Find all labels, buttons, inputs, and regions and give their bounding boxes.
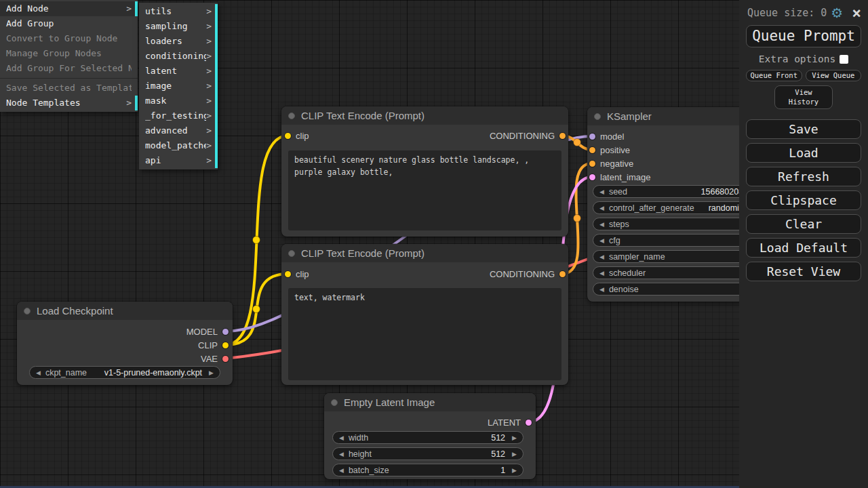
positive-input-port[interactable] xyxy=(589,147,595,153)
menu-item-save-selected-as-template[interactable]: Save Selected as Template xyxy=(0,81,138,96)
decrement-arrow-icon[interactable]: ◀ xyxy=(339,434,344,441)
submenu-item-advanced[interactable]: advanced > xyxy=(139,123,218,138)
increment-arrow-icon[interactable]: ▶ xyxy=(512,451,517,458)
node-load-checkpoint[interactable]: Load Checkpoint MODEL CLIP VAE ◀ ckpt_na… xyxy=(17,302,233,385)
submenu-item-latent[interactable]: latent > xyxy=(139,64,218,79)
settings-gear-icon[interactable]: ⚙ xyxy=(831,6,843,20)
view-queue-button[interactable]: View Queue xyxy=(806,70,862,81)
node-titlebar[interactable]: Empty Latent Image xyxy=(324,393,536,411)
load-button[interactable]: Load xyxy=(746,143,861,163)
menu-item-label: conditioning xyxy=(145,49,206,64)
node-titlebar[interactable]: CLIP Text Encode (Prompt) xyxy=(281,106,568,125)
widget-label: ckpt_name xyxy=(45,368,87,378)
submenu-item-api[interactable]: api > xyxy=(139,153,218,168)
node-empty-latent-image[interactable]: Empty Latent Image LATENT ◀ width 512 ▶ … xyxy=(324,393,536,479)
link-midpoint-dot[interactable] xyxy=(574,215,581,222)
refresh-button[interactable]: Refresh xyxy=(746,167,861,186)
decrement-arrow-icon[interactable]: ◀ xyxy=(599,221,604,228)
decrement-arrow-icon[interactable]: ◀ xyxy=(599,286,604,293)
menu-item-node-templates[interactable]: Node Templates > xyxy=(0,96,138,110)
collapse-dot-icon[interactable] xyxy=(288,113,295,119)
decrement-arrow-icon[interactable]: ◀ xyxy=(599,237,604,244)
collapse-dot-icon[interactable] xyxy=(288,250,295,257)
extra-options-checkbox[interactable] xyxy=(840,55,848,64)
node-clip-text-encode-positive[interactable]: CLIP Text Encode (Prompt) clip CONDITION… xyxy=(281,106,568,237)
link-midpoint-dot[interactable] xyxy=(574,139,581,146)
ckpt-name-widget[interactable]: ◀ ckpt_name v1-5-pruned-emaonly.ckpt ▶ xyxy=(29,366,220,379)
submenu-item-image[interactable]: image > xyxy=(139,79,218,94)
clip-input-port[interactable] xyxy=(285,133,291,139)
collapse-dot-icon[interactable] xyxy=(594,113,601,120)
load-default-button[interactable]: Load Default xyxy=(746,238,861,258)
node-titlebar[interactable]: Load Checkpoint xyxy=(17,302,233,320)
collapse-dot-icon[interactable] xyxy=(331,399,338,406)
view-history-button[interactable]: View History xyxy=(774,85,833,109)
output-slot-label: CONDITIONING xyxy=(490,269,555,279)
batch-size-widget[interactable]: ◀ batch_size 1 ▶ xyxy=(332,464,524,476)
height-widget[interactable]: ◀ height 512 ▶ xyxy=(332,447,524,460)
save-button[interactable]: Save xyxy=(746,119,861,139)
submenu-item-mask[interactable]: mask > xyxy=(139,94,218,108)
widget-label: denoise xyxy=(609,285,639,294)
close-icon[interactable]: × xyxy=(852,6,861,20)
widget-label: scheduler xyxy=(609,268,646,278)
clear-button[interactable]: Clear xyxy=(746,214,861,234)
menu-item-add-group[interactable]: Add Group xyxy=(0,16,138,31)
queue-front-button[interactable]: Queue Front xyxy=(746,70,802,81)
submenu-arrow-icon: > xyxy=(206,94,212,108)
collapse-dot-icon[interactable] xyxy=(24,308,31,314)
prompt-textarea[interactable]: beautiful scenery nature glass bottle la… xyxy=(288,150,561,230)
menu-item-manage-group-nodes[interactable]: Manage Group Nodes xyxy=(0,46,138,61)
prompt-textarea[interactable]: text, watermark xyxy=(288,288,561,380)
submenu-arrow-icon: > xyxy=(206,4,212,19)
menu-item-add-group-for-selected-nodes[interactable]: Add Group For Selected Nodes xyxy=(0,61,138,76)
submenu-item-utils[interactable]: utils > xyxy=(139,4,218,19)
menu-item-convert-to-group-node[interactable]: Convert to Group Node xyxy=(0,31,138,46)
submenu-arrow-icon: > xyxy=(206,108,212,123)
menu-item-label: advanced xyxy=(145,123,206,138)
decrement-arrow-icon[interactable]: ◀ xyxy=(599,188,604,195)
clipspace-button[interactable]: Clipspace xyxy=(746,190,861,210)
menu-item-label: api xyxy=(145,153,206,168)
menu-separator xyxy=(0,78,138,79)
model-input-port[interactable] xyxy=(589,134,595,140)
increment-arrow-icon[interactable]: ▶ xyxy=(512,467,517,474)
submenu-item-model-patches[interactable]: model_patches > xyxy=(139,138,218,153)
submenu-item-loaders[interactable]: loaders > xyxy=(139,34,218,49)
node-titlebar[interactable]: CLIP Text Encode (Prompt) xyxy=(281,244,568,262)
decrement-arrow-icon[interactable]: ◀ xyxy=(599,270,604,277)
latent-output-port[interactable] xyxy=(526,420,532,426)
vae-output-port[interactable] xyxy=(222,356,229,362)
submenu-item-conditioning[interactable]: conditioning > xyxy=(139,49,218,64)
decrement-arrow-icon[interactable]: ◀ xyxy=(599,253,604,260)
conditioning-output-port[interactable] xyxy=(559,271,566,277)
increment-arrow-icon[interactable]: ▶ xyxy=(512,434,517,441)
queue-prompt-button[interactable]: Queue Prompt xyxy=(746,25,861,47)
latent-image-input-port[interactable] xyxy=(589,174,595,180)
next-option-arrow-icon[interactable]: ▶ xyxy=(209,369,214,376)
menu-item-label: Add Group xyxy=(6,16,132,31)
input-slot-label: model xyxy=(600,131,624,142)
menu-item-label: utils xyxy=(145,4,206,19)
width-widget[interactable]: ◀ width 512 ▶ xyxy=(332,431,524,444)
widget-label: steps xyxy=(609,220,629,229)
input-slot-label: clip xyxy=(296,131,309,141)
submenu-item-sampling[interactable]: sampling > xyxy=(139,19,218,34)
decrement-arrow-icon[interactable]: ◀ xyxy=(599,205,604,211)
clip-output-port[interactable] xyxy=(222,342,229,348)
clip-input-port[interactable] xyxy=(285,271,291,277)
prev-option-arrow-icon[interactable]: ◀ xyxy=(36,369,41,376)
model-output-port[interactable] xyxy=(222,329,229,335)
link-midpoint-dot[interactable] xyxy=(253,306,260,313)
decrement-arrow-icon[interactable]: ◀ xyxy=(339,451,344,458)
negative-input-port[interactable] xyxy=(589,161,595,167)
menu-item-add-node[interactable]: Add Node > xyxy=(0,1,138,16)
conditioning-output-port[interactable] xyxy=(559,133,566,139)
widget-label: cfg xyxy=(609,236,620,245)
node-clip-text-encode-negative[interactable]: CLIP Text Encode (Prompt) clip CONDITION… xyxy=(281,244,568,385)
reset-view-button[interactable]: Reset View xyxy=(746,262,861,281)
menu-item-label: Node Templates xyxy=(6,96,126,110)
link-midpoint-dot[interactable] xyxy=(253,237,260,244)
submenu-item-for-testing[interactable]: _for_testing > xyxy=(139,108,218,123)
decrement-arrow-icon[interactable]: ◀ xyxy=(339,467,344,474)
